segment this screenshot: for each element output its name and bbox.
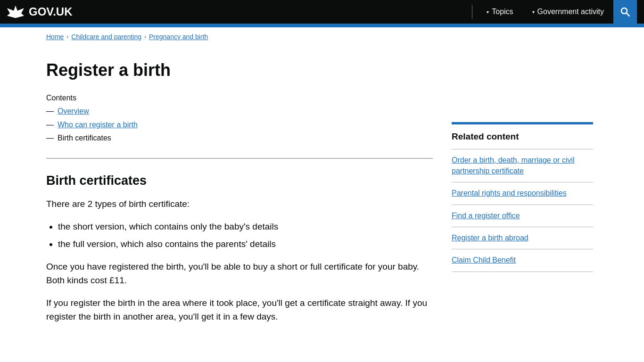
contents-link-who[interactable]: Who can register a birth (58, 120, 138, 130)
contents-link-overview[interactable]: Overview (58, 106, 89, 116)
breadcrumb-separator: › (66, 33, 68, 40)
contents-dash: — (46, 133, 54, 143)
related-link-register-abroad[interactable]: Register a birth abroad (452, 234, 528, 242)
contents-dash: — (46, 106, 54, 116)
list-item: the full version, which also contains th… (58, 238, 433, 251)
related-link-parental-rights[interactable]: Parental rights and responsibilities (452, 189, 567, 197)
list-item: the short version, which contains only t… (58, 220, 433, 234)
government-activity-button[interactable]: ▾ Government activity (523, 0, 613, 24)
contents-dash: — (46, 120, 54, 130)
chevron-down-icon: ▾ (487, 9, 489, 15)
breadcrumb-pregnancy[interactable]: Pregnancy and birth (149, 33, 208, 41)
bullet-list: the short version, which contains only t… (58, 220, 433, 251)
related-link-find-register-office[interactable]: Find a register office (452, 212, 520, 220)
section-heading: Birth certificates (46, 173, 433, 188)
related-content-title: Related content (452, 132, 593, 142)
section-para2: If you register the birth in the area wh… (46, 296, 433, 323)
svg-line-1 (627, 13, 630, 16)
section-intro: There are 2 types of birth certificate: (46, 197, 433, 211)
header-divider (472, 5, 472, 19)
breadcrumb-separator: › (144, 33, 146, 40)
content-layout: Contents — Overview — Who can register a… (46, 94, 598, 333)
site-header: GOV.UK ▾ Topics ▾ Government activity (0, 0, 644, 24)
header-nav: ▾ Topics ▾ Government activity (477, 0, 613, 24)
related-content: Related content Order a birth, death, ma… (452, 122, 593, 272)
crown-icon (7, 4, 24, 19)
page-title: Register a birth (46, 60, 598, 80)
gov-uk-logo[interactable]: GOV.UK (7, 4, 467, 19)
related-link-item: Find a register office (452, 205, 593, 227)
main-container: Register a birth Contents — Overview — W… (39, 60, 605, 352)
contents-item-overview: — Overview (46, 106, 433, 116)
related-links-list: Order a birth, death, marriage or civil … (452, 149, 593, 272)
search-icon (620, 7, 630, 16)
sidebar: Related content Order a birth, death, ma… (452, 94, 593, 333)
related-link-item: Parental rights and responsibilities (452, 182, 593, 205)
related-link-item: Claim Child Benefit (452, 249, 593, 272)
section-para1: Once you have registered the birth, you'… (46, 260, 433, 287)
contents-item-who: — Who can register a birth (46, 120, 433, 130)
related-link-item: Order a birth, death, marriage or civil … (452, 149, 593, 182)
chevron-down-icon: ▾ (532, 9, 535, 15)
blue-bar (0, 24, 644, 27)
breadcrumb: Home › Childcare and parenting › Pregnan… (39, 27, 605, 46)
logo-text: GOV.UK (29, 5, 72, 18)
main-content: Contents — Overview — Who can register a… (46, 94, 433, 333)
gov-activity-label: Government activity (537, 8, 604, 16)
contents-box: Contents — Overview — Who can register a… (46, 94, 433, 143)
contents-item-birth-certs: — Birth certificates (46, 133, 433, 143)
contents-list: — Overview — Who can register a birth — … (46, 106, 433, 143)
contents-current-item: Birth certificates (58, 133, 111, 143)
related-link-order-cert[interactable]: Order a birth, death, marriage or civil … (452, 156, 575, 174)
topics-button[interactable]: ▾ Topics (477, 0, 522, 24)
contents-title: Contents (46, 94, 433, 102)
search-button[interactable] (613, 0, 637, 24)
breadcrumb-home[interactable]: Home (46, 33, 64, 41)
section-divider (46, 158, 433, 159)
breadcrumb-childcare[interactable]: Childcare and parenting (71, 33, 141, 41)
topics-label: Topics (492, 8, 513, 16)
related-link-child-benefit[interactable]: Claim Child Benefit (452, 256, 516, 264)
related-link-item: Register a birth abroad (452, 227, 593, 249)
